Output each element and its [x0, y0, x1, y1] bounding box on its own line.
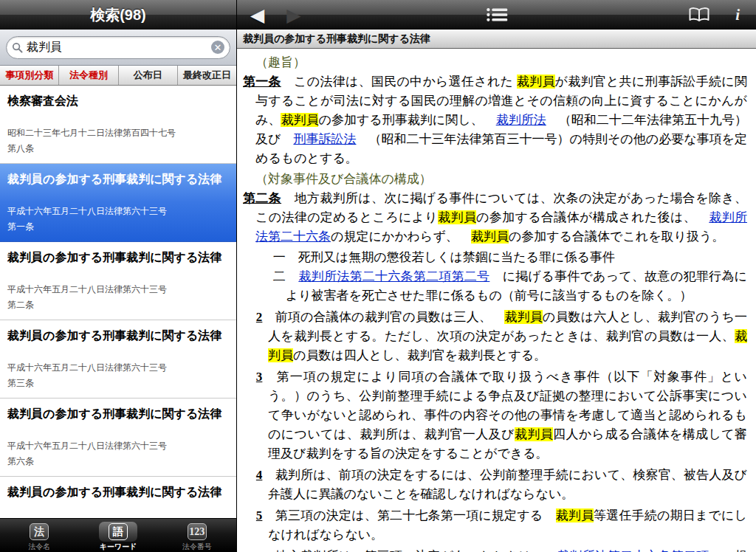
clear-search-icon[interactable]: ✕ [211, 41, 224, 54]
bookmarks-button[interactable] [688, 7, 710, 23]
back-button[interactable]: ◀ [250, 6, 264, 24]
result-title: 裁判員の参加する刑事裁判に関する法律 [7, 485, 229, 500]
filter-row: 事項別分類法令種別公布日最終改正日 [0, 66, 236, 86]
item-clause: 二 裁判所法第二十六条第二項第二号 に掲げる事件であって、故意の犯罪行為により被… [243, 267, 747, 306]
search-highlight: 裁判員 [471, 230, 509, 244]
filter-promulgation-date[interactable]: 公布日 [119, 66, 178, 85]
tab-label: 法令名 [28, 542, 50, 551]
filter-law-type[interactable]: 法令種別 [59, 66, 118, 85]
search-highlight: 裁判員 [556, 508, 594, 522]
search-panel: 検索(98) ✕ 事項別分類法令種別公布日最終改正日 検察審査会法昭和二十三年七… [0, 0, 237, 552]
item-clause: 一 死刑又は無期の懲役若しくは禁錮に当たる罪に係る事件 [243, 248, 747, 267]
search-highlight: 裁判員 [515, 427, 553, 441]
result-item[interactable]: 検察審査会法昭和二十三年七月十二日法律第百四十七号第八条 [0, 86, 236, 164]
result-item[interactable]: 裁判員の参加する刑事裁判に関する法律平成十六年五月二十八日法律第六十三号第一条 [0, 164, 236, 242]
law-reference-link[interactable]: 裁判所法第二十六条第二項 [557, 549, 709, 552]
text-run: 地方裁判所は、第三項の決定があったときは、 [262, 549, 557, 552]
result-article: 第八条 [7, 143, 229, 155]
result-title: 裁判員の参加する刑事裁判に関する法律 [7, 328, 229, 343]
text-run: の参加する合議体が構成された後は、 [476, 210, 709, 224]
text-run: 一 死刑又は無期の懲役若しくは禁錮に当たる罪に係る事件 [273, 250, 615, 264]
numbered-paragraph: 2 前項の合議体の裁判官の員数は三人、 裁判員の員数は六人とし、裁判官のうち一人… [243, 308, 747, 365]
search-highlight: 裁判員 [281, 113, 318, 127]
tab-keyword[interactable]: 語キーワード [79, 520, 158, 551]
filter-last-amended-date[interactable]: 最終改正日 [178, 66, 236, 85]
law-number-icon: 123 [178, 522, 216, 542]
search-icon [12, 42, 23, 53]
tab-bar: 法法令名語キーワード123法令番号 [0, 518, 236, 552]
search-header: 検索(98) [0, 0, 236, 30]
text-run: 前項の合議体の裁判官の員数は三人、 [262, 310, 504, 324]
article-number: 第二条 [243, 191, 281, 205]
search-title: 検索(98) [90, 5, 146, 25]
result-article: 第一条 [7, 221, 229, 233]
tab-label: キーワード [100, 542, 137, 551]
numbered-paragraph: 4 裁判所は、前項の決定をするには、公判前整理手続において、検察官、被告人及び弁… [243, 466, 747, 504]
search-highlight: 裁判員 [517, 75, 555, 89]
info-button[interactable]: i [735, 6, 743, 24]
keyword-icon-glyph: 語 [109, 523, 128, 540]
result-law-number: 平成十六年五月二十八日法律第六十三号 [7, 206, 229, 218]
search-highlight: 裁判員 [438, 210, 476, 224]
law-reference-link[interactable]: 裁判所法第二十六条第二項第二号 [298, 269, 489, 283]
result-article: 第六条 [7, 456, 229, 468]
search-field[interactable]: ✕ [6, 36, 230, 59]
result-law-number: 昭和二十三年七月十二日法律第百四十七号 [7, 128, 229, 139]
result-law-number: 平成十六年五月二十八日法律第六十三号 [7, 362, 229, 374]
tab-law-name[interactable]: 法法令名 [0, 520, 79, 551]
search-highlight: 裁判員 [504, 310, 543, 324]
filter-category[interactable]: 事項別分類 [0, 66, 59, 85]
numbered-paragraph: 3 第一項の規定により同項の合議体で取り扱うべき事件（以下「対象事件」という。）… [243, 368, 747, 463]
law-reference-link[interactable]: 裁判所法 [496, 113, 546, 127]
document-title: 裁判員の参加する刑事裁判に関する法律 [237, 30, 756, 49]
section-heading: （趣旨） [243, 53, 747, 72]
law-number-icon-glyph: 123 [188, 523, 207, 540]
result-law-number: 平成十六年五月二十八日法律第六十三号 [7, 284, 229, 296]
article-paragraph: 第一条 この法律は、国民の中から選任された 裁判員が裁判官と共に刑事訴訟手続に関… [243, 72, 747, 168]
text-run: の参加する刑事裁判に関し、 [318, 113, 495, 127]
section-heading: （対象事件及び合議体の構成） [243, 170, 747, 189]
text-run: 二 [273, 269, 299, 283]
tab-law-number[interactable]: 123法令番号 [157, 520, 236, 551]
law-reference-link[interactable]: 刑事訴訟法 [293, 132, 356, 146]
result-title: 裁判員の参加する刑事裁判に関する法律 [7, 172, 229, 187]
search-bar: ✕ [0, 30, 236, 66]
doc-body: （趣旨）第一条 この法律は、国民の中から選任された 裁判員が裁判官と共に刑事訴訟… [237, 49, 756, 552]
result-item[interactable]: 裁判員の参加する刑事裁判に関する法律平成十六年五月二十八日法律第六十三号第二条 [0, 242, 236, 320]
result-title: 裁判員の参加する刑事裁判に関する法律 [7, 250, 229, 265]
app-window: 検索(98) ✕ 事項別分類法令種別公布日最終改正日 検察審査会法昭和二十三年七… [0, 0, 756, 552]
document-panel: ◀ ▶ i [237, 0, 756, 552]
result-item[interactable]: 裁判員の参加する刑事裁判に関する法律平成十六年五月二十八日法律第六十三号第三条 [0, 320, 236, 399]
article-number: 第一条 [243, 75, 281, 89]
toolbar-right-icons: i [688, 6, 743, 24]
text-run: の員数は四人とし、裁判官を裁判長とする。 [293, 348, 546, 362]
document-toolbar: ◀ ▶ i [237, 0, 756, 30]
article-paragraph: 第二条 地方裁判所は、次に掲げる事件については、次条の決定があった場合を除き、こ… [243, 189, 747, 246]
result-item[interactable]: 裁判員の参加する刑事裁判に関する法律平成十六年五月二十八日法律第六十三号第六条 [0, 399, 236, 477]
search-input[interactable] [27, 41, 207, 54]
table-of-contents-button[interactable] [486, 7, 507, 22]
result-list: 検察審査会法昭和二十三年七月十二日法律第百四十七号第八条裁判員の参加する刑事裁判… [0, 86, 236, 518]
text-run: この法律は、国民の中から選任された [281, 75, 517, 89]
result-article: 第二条 [7, 300, 229, 311]
law-name-icon-glyph: 法 [30, 523, 49, 540]
list-icon [486, 7, 507, 22]
law-name-icon: 法 [20, 522, 58, 542]
keyword-icon: 語 [99, 522, 137, 542]
numbered-paragraph: 5 第三項の決定は、第二十七条第一項に規定する 裁判員等選任手続の期日までにしな… [243, 506, 747, 545]
forward-button[interactable]: ▶ [286, 6, 300, 24]
text-run: の参加する合議体でこれを取り扱う。 [509, 230, 725, 244]
result-title: 裁判員の参加する刑事裁判に関する法律 [7, 407, 229, 421]
result-law-number: 平成十六年五月二十八日法律第六十三号 [7, 441, 229, 452]
result-item[interactable]: 裁判員の参加する刑事裁判に関する法律平成十六年五月二十八日法律第六十三号 [0, 477, 236, 518]
text-run: の規定にかかわらず、 [331, 230, 471, 244]
result-title: 検察審査会法 [7, 94, 229, 108]
text-run: 裁判所は、前項の決定をするには、公判前整理手続において、検察官、被告人及び弁護人… [262, 468, 747, 501]
open-book-icon [688, 7, 710, 23]
tab-label: 法令番号 [182, 542, 212, 551]
numbered-paragraph: 6 地方裁判所は、第三項の決定があったときは、 裁判所法第二十六条第二項 の規定… [243, 547, 747, 552]
result-article: 第三条 [7, 378, 229, 390]
text-run: 第三項の決定は、第二十七条第一項に規定する [262, 508, 555, 522]
